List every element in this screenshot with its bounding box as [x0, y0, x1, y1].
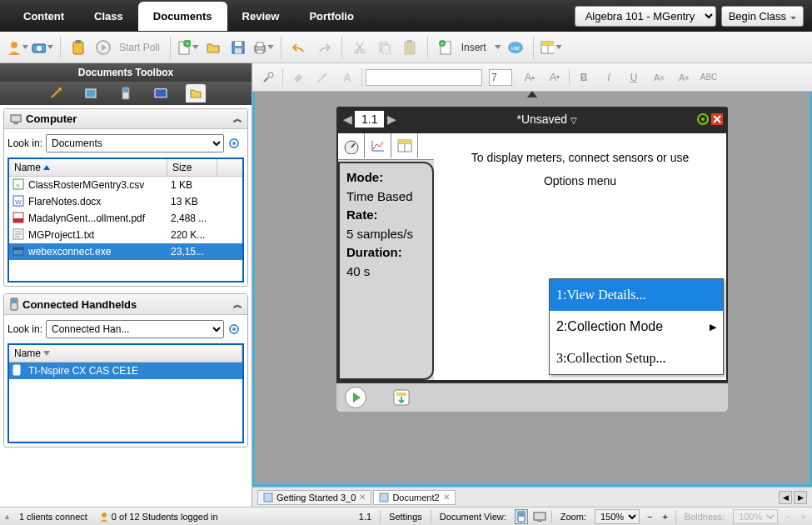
message-line: To display meters, connect sensors or us… [442, 146, 718, 169]
gear-icon[interactable] [227, 322, 241, 336]
zoom-out-icon[interactable]: − [645, 512, 655, 522]
tab-next-icon[interactable]: ▶ [794, 491, 807, 504]
collapse-icon[interactable]: ︽ [233, 298, 242, 311]
toolbox-tab-device-icon[interactable] [116, 84, 136, 102]
col-size-header[interactable]: Size [167, 159, 217, 176]
camera-icon[interactable] [32, 37, 53, 58]
svg-rect-52 [12, 299, 17, 303]
computer-icon [9, 113, 22, 125]
lookin-handheld-select[interactable]: Connected Han... [46, 320, 224, 338]
file-row[interactable]: WFlareNotes.docx13 KB [9, 193, 242, 210]
superscript-icon[interactable]: Ax [648, 67, 670, 88]
fill-color-icon[interactable] [286, 67, 308, 88]
col-name-header[interactable]: Name [9, 159, 167, 176]
svg-rect-19 [382, 45, 390, 54]
meter-tab-icon[interactable] [338, 133, 365, 158]
tab-portfolio[interactable]: Portfolio [294, 2, 368, 31]
file-row[interactable]: a,ClassRosterMGentry3.csv1 KB [9, 177, 242, 193]
save-icon[interactable] [227, 37, 249, 58]
view-computer-icon[interactable] [533, 512, 546, 522]
begin-class-button[interactable]: Begin Class [721, 6, 804, 27]
table-tab-icon[interactable] [391, 133, 418, 158]
copy-icon[interactable] [374, 37, 396, 58]
file-table: Name Size a,ClassRosterMGentry3.csv1 KBW… [7, 158, 244, 282]
page-number[interactable]: 1.1 [355, 111, 384, 128]
gear-icon[interactable] [227, 137, 241, 150]
prev-page-icon[interactable]: ◀ [341, 112, 353, 126]
collapse-icon[interactable]: ︽ [233, 112, 242, 125]
doc-tab[interactable]: Document2 ✕ [373, 490, 455, 505]
clipboard-icon[interactable] [67, 37, 89, 58]
toolbox-tab-tools-icon[interactable] [46, 84, 66, 102]
tab-content[interactable]: Content [8, 2, 79, 31]
zoom-select[interactable]: 150% [595, 509, 640, 524]
open-icon[interactable] [202, 37, 224, 58]
file-row[interactable]: webexconnect.exe23,15... [9, 243, 242, 260]
col-name-header[interactable]: Name [9, 345, 242, 362]
svg-point-59 [701, 118, 705, 121]
handheld-row[interactable]: TI-Nspire CX CAS CE1E [9, 362, 242, 379]
graph-tab-icon[interactable] [365, 133, 391, 158]
store-icon[interactable] [391, 388, 411, 408]
new-doc-icon[interactable]: + [177, 37, 199, 58]
view-handheld-icon[interactable] [515, 509, 528, 524]
insert-page-icon[interactable]: + [435, 37, 456, 58]
zoom-in-icon[interactable]: + [660, 512, 670, 522]
expand-arrow-icon[interactable]: ▲ [3, 512, 11, 521]
menu-collection-mode[interactable]: 2:Collection Mode▶ [550, 311, 723, 342]
tab-review[interactable]: Review [227, 2, 295, 31]
font-size-input[interactable] [489, 69, 512, 86]
line-color-icon[interactable] [311, 67, 333, 88]
toolbox-tab-explorer-icon[interactable] [186, 84, 206, 102]
subscript-icon[interactable]: Ax [673, 67, 695, 88]
settings-icon[interactable] [696, 112, 711, 126]
insert-button[interactable]: Insert [461, 42, 486, 53]
close-icon[interactable] [711, 113, 723, 125]
font-bigger-icon[interactable]: A▴ [519, 67, 541, 88]
svg-rect-69 [380, 493, 388, 502]
bold-icon[interactable]: B [573, 67, 595, 88]
tools-icon[interactable] [257, 67, 279, 88]
redo-icon[interactable] [313, 37, 335, 58]
next-page-icon[interactable]: ▶ [386, 112, 397, 126]
expand-arrow-icon[interactable] [527, 91, 537, 98]
boldness-select[interactable]: 100% [733, 509, 778, 524]
close-tab-icon[interactable]: ✕ [443, 492, 450, 502]
underline-icon[interactable]: U [623, 67, 645, 88]
tab-documents[interactable]: Documents [138, 2, 227, 31]
toolbox-tab-pages-icon[interactable] [81, 84, 101, 102]
start-poll-button[interactable]: Start Poll [119, 42, 160, 53]
doc-tab[interactable]: Getting Started 3_0 ✕ [257, 490, 371, 505]
paste-icon[interactable] [399, 37, 421, 58]
play-button[interactable] [345, 387, 366, 408]
play-poll-icon[interactable] [92, 37, 114, 58]
undo-icon[interactable] [288, 37, 310, 58]
file-row[interactable]: MGProject1.txt220 K... [9, 227, 242, 243]
class-selector[interactable]: Algebra 101 - MGentry [575, 6, 716, 27]
tab-prev-icon[interactable]: ◀ [779, 491, 792, 504]
cut-icon[interactable] [349, 37, 371, 58]
svg-point-70 [102, 512, 107, 518]
table-icon[interactable] [541, 37, 562, 58]
menu-view-details[interactable]: 1:View Details... [550, 279, 723, 311]
var-icon[interactable]: var [505, 37, 526, 58]
text-color-icon[interactable]: A [336, 67, 358, 88]
user-icon[interactable] [7, 37, 28, 58]
toolbox-tab-book-icon[interactable] [151, 84, 171, 102]
page-indicator[interactable]: 1.1 [356, 512, 375, 522]
clear-format-icon[interactable]: ABC [698, 67, 720, 88]
file-row[interactable]: MadalynGent...ollment.pdf2,488 ... [9, 210, 242, 227]
menu-collection-setup[interactable]: 3:Collection Setup... [550, 342, 723, 374]
italic-icon[interactable]: I [598, 67, 620, 88]
device-message-area[interactable]: To display meters, connect sensors or us… [434, 133, 726, 380]
print-icon[interactable] [252, 37, 274, 58]
close-tab-icon[interactable]: ✕ [359, 492, 366, 502]
svg-rect-34 [123, 88, 128, 92]
settings-button[interactable]: Settings [386, 512, 426, 522]
font-smaller-icon[interactable]: A▾ [544, 67, 565, 88]
lookin-select[interactable]: Documents [46, 134, 224, 152]
font-name-input[interactable] [366, 69, 482, 86]
tab-class[interactable]: Class [79, 2, 138, 31]
main-toolbar: Start Poll + + Insert var [0, 32, 812, 63]
doc-icon [379, 492, 389, 502]
